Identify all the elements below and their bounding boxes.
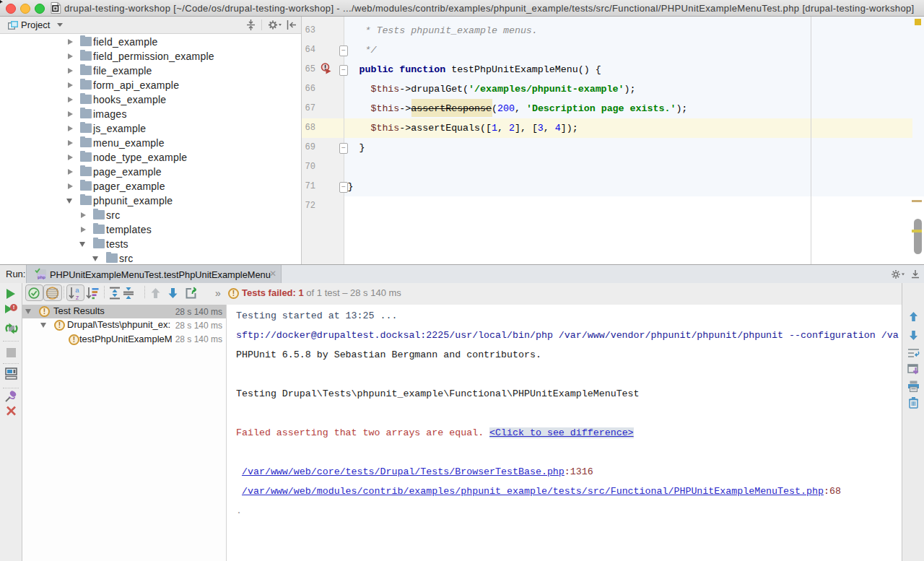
svg-text:php: php: [38, 275, 45, 279]
svg-text:z: z: [76, 293, 79, 300]
